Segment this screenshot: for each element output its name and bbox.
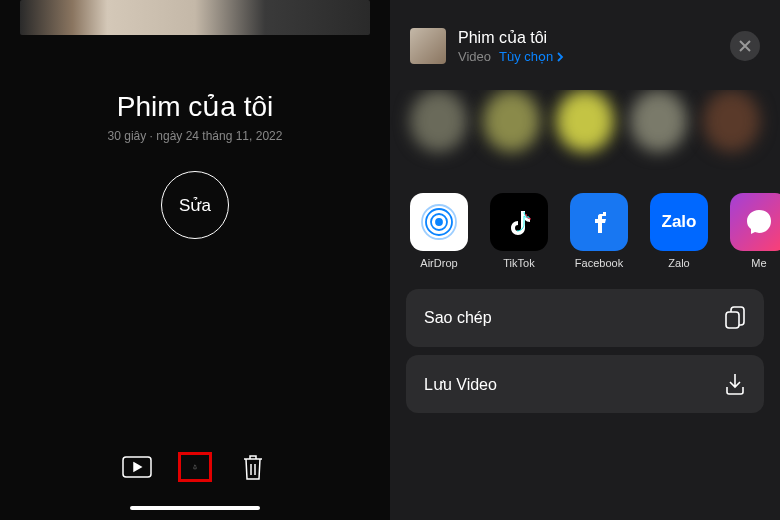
zalo-icon: Zalo bbox=[650, 193, 708, 251]
play-icon bbox=[122, 456, 152, 478]
save-video-action[interactable]: Lưu Video bbox=[406, 355, 764, 413]
edit-button[interactable]: Sửa bbox=[161, 171, 229, 239]
action-label: Lưu Video bbox=[424, 375, 497, 394]
close-icon bbox=[739, 40, 751, 52]
airdrop-icon bbox=[410, 193, 468, 251]
share-icon bbox=[193, 451, 197, 483]
contact-avatar[interactable] bbox=[410, 90, 467, 152]
play-button[interactable] bbox=[120, 452, 154, 482]
options-label: Tùy chọn bbox=[499, 49, 553, 64]
delete-button[interactable] bbox=[236, 452, 270, 482]
project-meta: 30 giây · ngày 24 tháng 11, 2022 bbox=[0, 129, 390, 143]
actions-list: Sao chép Lưu Video bbox=[390, 289, 780, 413]
project-title: Phim của tôi bbox=[0, 90, 390, 123]
project-view: Phim của tôi 30 giây · ngày 24 tháng 11,… bbox=[0, 0, 390, 520]
close-button[interactable] bbox=[730, 31, 760, 61]
chevron-right-icon bbox=[557, 52, 564, 62]
contact-avatar[interactable] bbox=[483, 90, 540, 152]
tiktok-icon bbox=[490, 193, 548, 251]
svg-point-1 bbox=[436, 219, 442, 225]
app-label: Facebook bbox=[575, 257, 623, 269]
share-thumbnail bbox=[410, 28, 446, 64]
contact-avatar[interactable] bbox=[703, 90, 760, 152]
contact-avatar[interactable] bbox=[556, 90, 613, 152]
app-facebook[interactable]: Facebook bbox=[570, 193, 628, 269]
share-apps: AirDrop TikTok Facebook Zalo Zalo bbox=[390, 193, 780, 289]
share-button[interactable] bbox=[178, 452, 212, 482]
share-title: Phim của tôi bbox=[458, 28, 718, 47]
share-header: Phim của tôi Video Tùy chọn bbox=[390, 0, 780, 82]
contact-suggestions[interactable] bbox=[390, 90, 780, 175]
share-sheet: Phim của tôi Video Tùy chọn bbox=[390, 0, 780, 520]
facebook-icon bbox=[570, 193, 628, 251]
app-label: Me bbox=[751, 257, 766, 269]
project-info: Phim của tôi 30 giây · ngày 24 tháng 11,… bbox=[0, 90, 390, 143]
contact-avatar[interactable] bbox=[630, 90, 687, 152]
svg-rect-5 bbox=[726, 312, 739, 328]
options-button[interactable]: Tùy chọn bbox=[499, 49, 564, 64]
trash-icon bbox=[241, 453, 265, 481]
action-label: Sao chép bbox=[424, 309, 492, 327]
download-icon bbox=[724, 372, 746, 396]
app-messenger[interactable]: Me bbox=[730, 193, 780, 269]
messenger-icon bbox=[730, 193, 780, 251]
video-filmstrip bbox=[20, 0, 370, 35]
bottom-toolbar bbox=[0, 452, 390, 482]
app-label: AirDrop bbox=[420, 257, 457, 269]
home-indicator[interactable] bbox=[130, 506, 260, 510]
app-airdrop[interactable]: AirDrop bbox=[410, 193, 468, 269]
app-tiktok[interactable]: TikTok bbox=[490, 193, 548, 269]
app-zalo[interactable]: Zalo Zalo bbox=[650, 193, 708, 269]
edit-label: Sửa bbox=[179, 195, 211, 216]
copy-icon bbox=[724, 306, 746, 330]
share-info: Phim của tôi Video Tùy chọn bbox=[458, 28, 718, 64]
copy-action[interactable]: Sao chép bbox=[406, 289, 764, 347]
share-subtitle: Video Tùy chọn bbox=[458, 49, 718, 64]
app-label: Zalo bbox=[668, 257, 689, 269]
app-label: TikTok bbox=[503, 257, 534, 269]
media-type-label: Video bbox=[458, 49, 491, 64]
